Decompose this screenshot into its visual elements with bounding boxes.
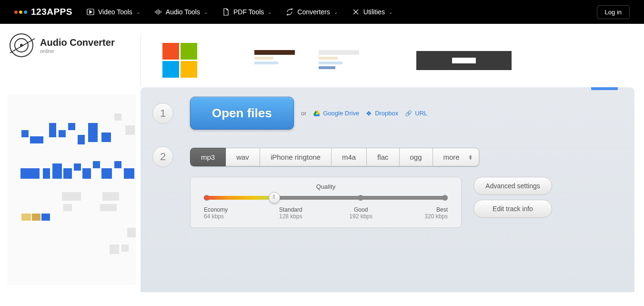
quality-good: Good192 kbps [344,206,378,220]
refresh-icon [286,8,293,16]
step-number-2: 2 [152,146,173,167]
quality-box: Quality Economy64 kbps Standard128 kbps … [190,177,462,228]
panel-accent [591,87,618,90]
nav-converters[interactable]: Converters ⌄ [286,8,337,16]
step-number-1: 1 [152,103,173,124]
slider-knob[interactable] [269,192,280,204]
quality-economy: Economy64 kbps [204,206,237,220]
nav-video-tools[interactable]: Video Tools ⌄ [87,8,140,16]
waveform-icon [154,8,162,16]
format-flac[interactable]: flac [367,148,399,166]
ad-banner[interactable] [141,33,644,87]
chevron-down-icon: ⌄ [204,10,208,15]
brand-logo[interactable]: 123APPS [14,7,72,17]
quality-title: Quality [204,183,448,190]
disc-icon [10,33,33,57]
quality-best: Best320 kbps [414,206,448,220]
open-files-button[interactable]: Open files [190,97,294,130]
dropbox-icon: ❖ [366,110,372,117]
gdrive-icon [313,111,320,116]
play-square-icon [87,8,94,16]
format-mp3[interactable]: mp3 [190,148,226,166]
format-more[interactable]: more ▴▾ [433,148,479,166]
chevron-down-icon: ⌄ [136,10,140,15]
chevron-down-icon: ⌄ [268,10,272,15]
nav-audio-tools[interactable]: Audio Tools ⌄ [154,8,208,16]
format-tabs: mp3 wav iPhone ringtone m4a flac ogg mor… [190,148,479,166]
app-subtitle: online [40,48,115,54]
tools-icon [352,8,360,16]
login-button[interactable]: Log in [597,5,630,19]
document-icon [222,8,230,16]
app-title: Audio Converter [40,37,115,48]
dropbox-link[interactable]: ❖ Dropbox [366,110,398,117]
format-iphone[interactable]: iPhone ringtone [260,148,332,166]
link-icon: 🔗 [405,110,412,117]
top-navbar: 123APPS Video Tools ⌄ Audio Tools ⌄ PDF … [0,0,644,24]
brand-text: 123APPS [31,7,72,17]
converter-panel: 1 Open files or Google Drive ❖ Dropbox 🔗… [141,87,634,292]
updown-icon: ▴▾ [469,154,472,160]
step-1: 1 Open files or Google Drive ❖ Dropbox 🔗… [152,97,611,130]
logo-dots-icon [14,10,27,14]
advanced-settings-button[interactable]: Advanced settings [473,177,552,195]
quality-standard: Standard128 kbps [274,206,307,220]
sidebar-ad[interactable] [0,87,141,292]
app-brand: Audio Converter online [10,33,141,57]
microsoft-logo-icon [162,43,197,78]
nav-utilities[interactable]: Utilities ⌄ [352,8,392,16]
quality-slider[interactable] [204,196,448,200]
format-m4a[interactable]: m4a [332,148,367,166]
format-ogg[interactable]: ogg [400,148,433,166]
google-drive-link[interactable]: Google Drive [313,110,359,117]
step-2: 2 mp3 wav iPhone ringtone m4a flac ogg m… [152,146,611,167]
chevron-down-icon: ⌄ [389,10,392,15]
edit-track-info-button[interactable]: Edit track info [473,200,552,218]
format-wav[interactable]: wav [226,148,260,166]
url-link[interactable]: 🔗 URL [405,110,427,117]
chevron-down-icon: ⌄ [334,10,338,15]
or-text: or [301,110,307,117]
nav-pdf-tools[interactable]: PDF Tools ⌄ [222,8,272,16]
